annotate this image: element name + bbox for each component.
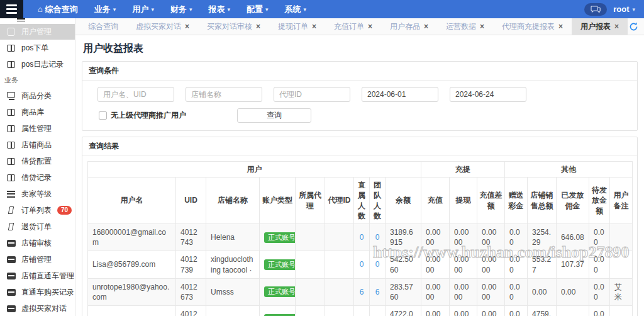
nav-menu-item[interactable]: 系统▾: [277, 0, 315, 18]
cell: 0: [354, 251, 370, 278]
cell: 4722.0715: [386, 306, 421, 316]
sidebar-item[interactable]: 卖家等级: [0, 186, 75, 202]
account-type-badge: 正式账号: [264, 286, 296, 297]
tab-bar: 综合查询虚拟买家对话×买家对话审核×提现订单×充值订单×用户存品×运营数据×代理…: [75, 18, 644, 35]
close-icon[interactable]: ×: [312, 23, 316, 30]
refresh-icon[interactable]: [628, 21, 639, 32]
sidebar-item[interactable]: 商品库: [0, 104, 75, 120]
cell: [325, 251, 354, 278]
results-table: 用户充提其他用户名UID店铺名称账户类型所属代理代理ID直属人数团队人数余额充值…: [87, 161, 633, 316]
close-icon[interactable]: ×: [558, 23, 563, 30]
sidebar-item[interactable]: 商品分类: [0, 87, 75, 104]
close-icon[interactable]: ×: [480, 23, 484, 30]
tab[interactable]: 用户报表×: [572, 18, 628, 35]
sidebar-item[interactable]: 店铺直通车管理: [0, 268, 75, 284]
results-table-wrap: 用户充提其他用户名UID店铺名称账户类型所属代理代理ID直属人数团队人数余额充值…: [82, 156, 637, 316]
nav-menu-item[interactable]: ⌂综合查询: [30, 0, 86, 18]
sidebar-item-label: 店铺管理: [21, 254, 52, 265]
nav-menu-item[interactable]: 业务▾: [86, 0, 125, 18]
cell: 0.0000: [450, 223, 477, 251]
sidebar-item[interactable]: 订单列表70: [0, 202, 75, 218]
nav-menu-item[interactable]: 报表▾: [200, 0, 238, 18]
close-icon[interactable]: ×: [614, 23, 619, 30]
date-from-input[interactable]: [362, 87, 438, 102]
count-link[interactable]: 0: [375, 260, 380, 269]
shop-name-input[interactable]: [186, 87, 262, 102]
count-link[interactable]: 0: [375, 233, 380, 242]
agent-id-input[interactable]: [274, 87, 350, 102]
column-header: 充值: [421, 178, 450, 224]
tab-label: 综合查询: [88, 21, 118, 32]
close-icon[interactable]: ×: [185, 23, 189, 30]
username-uid-input[interactable]: [97, 87, 174, 102]
sidebar-item[interactable]: 直通车购买记录: [0, 284, 75, 300]
column-header: 待发放金额: [589, 178, 610, 224]
card-icon: [7, 239, 16, 247]
tab[interactable]: 代理商充提报表×: [493, 18, 572, 35]
search-button[interactable]: 查询: [237, 108, 311, 123]
chevron-down-icon: ▾: [265, 6, 269, 13]
column-header: 所属代理: [296, 178, 325, 224]
tab[interactable]: 虚拟买家对话×: [127, 18, 198, 35]
page-title: 用户收益报表: [82, 40, 638, 61]
card-icon: [7, 256, 16, 264]
sidebar-item[interactable]: 店铺商品: [0, 137, 75, 153]
hamburger-button[interactable]: [0, 0, 23, 18]
chat-button[interactable]: [584, 3, 607, 16]
sidebar-item[interactable]: 退货订单: [0, 218, 75, 235]
tab[interactable]: 运营数据×: [437, 18, 493, 35]
close-icon[interactable]: ×: [424, 23, 428, 30]
sidebar-item[interactable]: pos日志记录: [0, 56, 75, 72]
sidebar-item-label: 店铺直通车管理: [21, 271, 74, 281]
no-agent-checkbox-wrap[interactable]: 无上级代理商推广用户: [99, 110, 237, 121]
cell: 0: [354, 223, 370, 251]
cell: 107.37: [557, 251, 589, 278]
query-inputs-row: [97, 87, 631, 102]
close-icon[interactable]: ×: [256, 23, 260, 30]
sidebar-item[interactable]: 店铺审核: [0, 235, 75, 251]
tab[interactable]: 买家对话审核×: [198, 18, 269, 35]
sidebar-item[interactable]: 借贷记录: [0, 169, 75, 186]
cell: 0: [354, 306, 370, 316]
cell: 542.5060: [386, 251, 421, 278]
nav-menu-item[interactable]: 财务▾: [162, 0, 201, 18]
cell: 6: [370, 278, 386, 305]
cell: 0: [370, 223, 386, 251]
nav-menu-item[interactable]: 用户▾: [124, 0, 162, 18]
count-link[interactable]: 0: [360, 233, 364, 242]
no-agent-checkbox-label: 无上级代理商推广用户: [111, 110, 186, 121]
tab[interactable]: 充值订单×: [325, 18, 381, 35]
cell: [610, 306, 633, 316]
cell: [296, 223, 325, 251]
cell: 正式账号: [260, 278, 296, 305]
sidebar-item[interactable]: 店铺管理: [0, 251, 75, 268]
count-badge: 70: [57, 206, 72, 215]
sidebar-item[interactable]: 借贷配置: [0, 153, 75, 169]
query-panel: 查询条件 无上级代理商推广用户 查询: [82, 61, 638, 131]
no-agent-checkbox[interactable]: [99, 111, 107, 120]
nav-menu-item[interactable]: 配置▾: [238, 0, 277, 18]
sidebar-item-label: pos日志记录: [21, 59, 64, 70]
close-icon[interactable]: ×: [368, 23, 372, 30]
cell: 0.0000: [421, 306, 450, 316]
date-to-input[interactable]: [450, 87, 526, 102]
sidebar-item[interactable]: 虚拟买家对话: [0, 300, 75, 316]
tab[interactable]: 提现订单×: [269, 18, 325, 35]
sidebar-item[interactable]: 用户管理: [0, 24, 75, 40]
count-link[interactable]: 6: [360, 288, 364, 296]
count-link[interactable]: 6: [375, 288, 380, 296]
chevron-down-icon: ▾: [151, 6, 154, 13]
user-menu[interactable]: root ▾: [613, 4, 635, 14]
sidebar-item[interactable]: pos下单: [0, 40, 75, 56]
tab[interactable]: 用户存品×: [381, 18, 437, 35]
nav-menu: ⌂综合查询业务▾用户▾财务▾报表▾配置▾系统▾: [30, 0, 314, 18]
cell: 0.0000: [477, 278, 505, 305]
sidebar-item[interactable]: 属性管理: [0, 120, 75, 137]
chat-icon: [591, 6, 601, 13]
count-link[interactable]: 0: [360, 260, 364, 269]
tab[interactable]: 综合查询: [79, 18, 127, 35]
table-row: Lisa@856789.com4012739xingduoclothing ta…: [88, 251, 633, 278]
sidebar-item-label: 店铺商品: [21, 140, 52, 150]
sidebar-item-label: 卖家等级: [21, 189, 52, 200]
sidebar-item-label: 属性管理: [21, 123, 52, 134]
